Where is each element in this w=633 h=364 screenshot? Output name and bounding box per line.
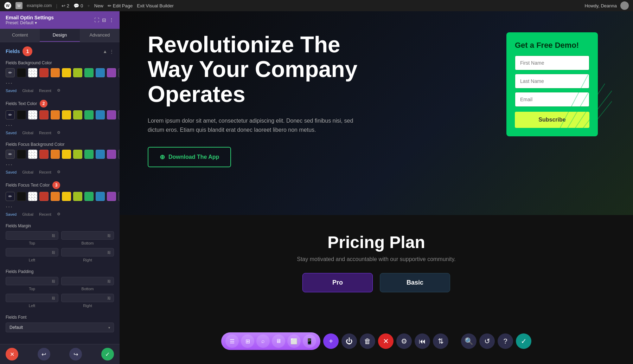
color-picker-btn-3[interactable]: ✏: [6, 150, 15, 159]
color-lime[interactable]: [73, 68, 82, 77]
padding-left-input[interactable]: [9, 295, 37, 300]
close-button[interactable]: ✕: [6, 348, 18, 360]
menu-toolbar-btn[interactable]: ☰: [225, 334, 239, 348]
saved-btn-4[interactable]: Saved: [6, 212, 17, 216]
exit-builder-link[interactable]: Exit Visual Builder: [137, 3, 174, 8]
color-green-4[interactable]: [84, 192, 94, 201]
saved-btn-2[interactable]: Saved: [6, 131, 17, 135]
saved-btn[interactable]: Saved: [6, 89, 17, 93]
color-black-2[interactable]: [17, 110, 26, 119]
link-icon-pad-left[interactable]: ⛓: [52, 296, 55, 300]
more-colors-btn-4[interactable]: ···: [6, 203, 13, 210]
settings-btn-3[interactable]: ⚙: [57, 170, 60, 174]
desktop-toolbar-btn[interactable]: 🖥: [272, 334, 285, 348]
color-red-3[interactable]: [39, 150, 49, 159]
link-icon-right[interactable]: ⛓: [107, 251, 111, 254]
color-orange-3[interactable]: [51, 150, 60, 159]
color-green[interactable]: [84, 68, 94, 77]
global-btn[interactable]: Global: [22, 89, 33, 93]
link-icon-pad-right[interactable]: ⛓: [107, 296, 111, 300]
w-icon[interactable]: W: [15, 2, 23, 9]
color-lime-2[interactable]: [73, 110, 82, 119]
saved-btn-3[interactable]: Saved: [6, 170, 17, 174]
sync-toolbar-btn[interactable]: ↺: [479, 333, 495, 349]
help-toolbar-btn[interactable]: ?: [498, 333, 513, 349]
link-icon-pad-bottom[interactable]: ⛓: [107, 279, 111, 283]
chevron-up-icon[interactable]: ▲: [103, 49, 107, 54]
color-orange[interactable]: [51, 68, 60, 77]
add-toolbar-btn[interactable]: +: [323, 333, 339, 349]
mobile-toolbar-btn[interactable]: 📱: [303, 334, 316, 348]
undo-link[interactable]: ↩ 2: [62, 3, 69, 8]
link-icon-bottom[interactable]: ⛓: [107, 234, 111, 238]
recent-btn-3[interactable]: Recent: [39, 170, 51, 174]
margin-bottom-input[interactable]: [64, 233, 92, 238]
comment-link[interactable]: 💬 0: [73, 3, 83, 8]
tab-advanced[interactable]: Advanced: [80, 29, 120, 42]
power-toolbar-btn[interactable]: ⏻: [341, 333, 357, 349]
search-toolbar-btn[interactable]: ⌕: [256, 334, 270, 348]
color-lime-3[interactable]: [73, 150, 82, 159]
color-red-4[interactable]: [39, 192, 49, 201]
settings-btn-4[interactable]: ⚙: [57, 212, 60, 216]
color-black[interactable]: [17, 68, 26, 77]
link-icon-left[interactable]: ⛓: [52, 251, 55, 254]
link-icon-top[interactable]: ⛓: [52, 234, 55, 238]
recent-btn-2[interactable]: Recent: [39, 131, 51, 135]
color-purple-2[interactable]: [107, 110, 116, 119]
color-picker-btn[interactable]: ✏: [6, 68, 15, 77]
more-icon[interactable]: ⋮: [109, 17, 114, 23]
color-lime-4[interactable]: [73, 192, 82, 201]
color-orange-2[interactable]: [51, 110, 60, 119]
margin-left-input[interactable]: [9, 250, 37, 255]
color-picker-btn-4[interactable]: ✏: [6, 192, 15, 201]
color-black-3[interactable]: [17, 150, 26, 159]
recent-btn-4[interactable]: Recent: [39, 212, 51, 216]
fullscreen-icon[interactable]: ⛶: [94, 17, 99, 23]
color-black-4[interactable]: [17, 192, 26, 201]
color-transparent-4[interactable]: [28, 192, 37, 201]
color-purple-3[interactable]: [107, 150, 116, 159]
history-toolbar-btn[interactable]: ⏮: [415, 333, 430, 349]
padding-right-input[interactable]: [64, 295, 92, 300]
edit-page-link[interactable]: ✏ Edit Page: [108, 3, 133, 8]
color-yellow-2[interactable]: [62, 110, 71, 119]
margin-right-input[interactable]: [64, 250, 92, 255]
padding-bottom-input[interactable]: [64, 279, 92, 284]
recent-btn[interactable]: Recent: [39, 89, 51, 93]
check-toolbar-btn[interactable]: ✓: [516, 333, 531, 349]
font-select[interactable]: Default ▾: [6, 323, 114, 332]
tablet-toolbar-btn[interactable]: ⬜: [287, 334, 301, 348]
undo-button[interactable]: ↩: [38, 348, 50, 360]
link-icon-pad-top[interactable]: ⛓: [52, 279, 55, 283]
global-btn-4[interactable]: Global: [22, 212, 33, 216]
new-link[interactable]: New: [94, 3, 103, 8]
color-transparent-2[interactable]: [28, 110, 37, 119]
more-options-icon[interactable]: ⋮: [109, 49, 114, 54]
color-transparent[interactable]: [28, 68, 37, 77]
global-btn-2[interactable]: Global: [22, 131, 33, 135]
color-purple-4[interactable]: [107, 192, 116, 201]
global-btn-3[interactable]: Global: [22, 170, 33, 174]
color-transparent-3[interactable]: [28, 150, 37, 159]
close-toolbar-btn[interactable]: ✕: [378, 333, 394, 349]
color-red-2[interactable]: [39, 110, 49, 119]
padding-top-input[interactable]: [9, 279, 37, 284]
sort-toolbar-btn[interactable]: ⇅: [433, 333, 448, 349]
trash-toolbar-btn[interactable]: 🗑: [360, 333, 375, 349]
color-orange-4[interactable]: [51, 192, 60, 201]
save-button[interactable]: ✓: [101, 348, 114, 360]
color-purple[interactable]: [107, 68, 116, 77]
settings-btn-2[interactable]: ⚙: [57, 130, 60, 135]
color-yellow-4[interactable]: [62, 192, 71, 201]
more-colors-btn-2[interactable]: ···: [6, 122, 13, 129]
more-colors-btn[interactable]: ···: [6, 79, 13, 87]
color-blue-4[interactable]: [96, 192, 105, 201]
redo-button[interactable]: ↪: [69, 348, 82, 360]
color-red[interactable]: [39, 68, 49, 77]
wordpress-icon[interactable]: W: [4, 2, 11, 9]
settings-toolbar-btn[interactable]: ⚙: [396, 333, 412, 349]
color-yellow-3[interactable]: [62, 150, 71, 159]
search2-toolbar-btn[interactable]: 🔍: [461, 333, 477, 349]
color-blue-3[interactable]: [96, 150, 105, 159]
